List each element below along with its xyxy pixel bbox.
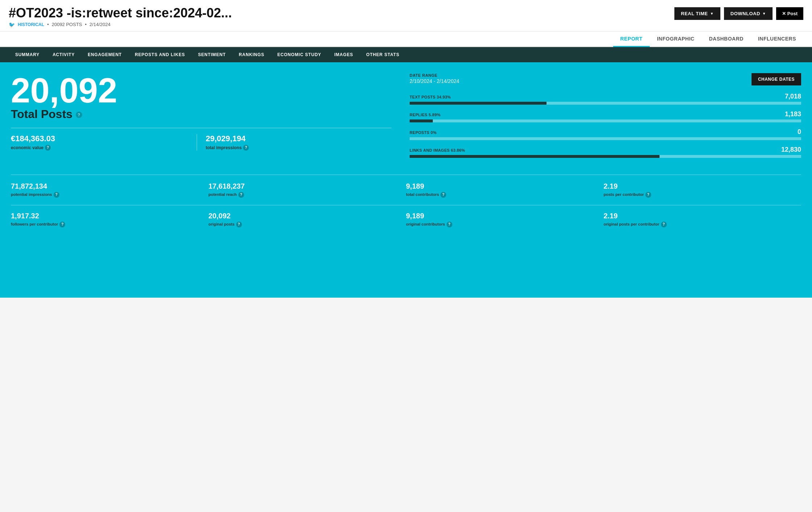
- progress-bar-fill-links: [410, 155, 660, 158]
- economic-value-block: €184,363.03 economic value ?: [11, 134, 197, 151]
- tab-infographic[interactable]: INFOGRAPHIC: [650, 32, 702, 47]
- header-meta: 🐦 HISTORICAL • 20092 POSTS • 2/14/2024: [9, 22, 232, 28]
- date-range-label: DATE RANGE: [410, 73, 459, 77]
- subnav-sentiment[interactable]: SENTIMENT: [192, 47, 233, 62]
- main-content: 20,092 Total Posts ? €184,363.03 economi…: [0, 62, 812, 298]
- economic-value-label: economic value ?: [11, 145, 197, 151]
- content-grid: 20,092 Total Posts ? €184,363.03 economi…: [11, 73, 801, 164]
- stat-original-contributors: 9,189 original contributors ?: [406, 212, 604, 227]
- progress-replies: REPLIES 5.89% 1,183: [410, 110, 801, 122]
- stat-total-contributors: 9,189 total contributors ?: [406, 182, 604, 198]
- divider: [11, 128, 392, 128]
- stats-row: €184,363.03 economic value ? 29,029,194 …: [11, 134, 392, 151]
- date-range-value: 2/10/2024 - 2/14/2024: [410, 78, 459, 84]
- progress-bar-fill-text: [410, 102, 547, 105]
- page-title: #OT2023 -is:retweet since:2024-02...: [9, 6, 232, 20]
- progress-reposts: REPOSTS 0% 0: [410, 128, 801, 140]
- progress-text-posts: TEXT POSTS 34.93% 7,018: [410, 93, 801, 105]
- potential-impressions-help-icon[interactable]: ?: [54, 192, 59, 198]
- bottom-stats: 71,872,134 potential impressions ? 17,61…: [11, 175, 801, 227]
- subnav-economic[interactable]: ECONOMIC STUDY: [271, 47, 328, 62]
- impressions-help-icon[interactable]: ?: [243, 145, 249, 151]
- tab-dashboard[interactable]: DASHBOARD: [702, 32, 751, 47]
- subnav-images[interactable]: IMAGES: [328, 47, 360, 62]
- total-impressions: 29,029,194: [206, 134, 392, 143]
- progress-links-images: LINKS AND IMAGES 63.86% 12,830: [410, 146, 801, 158]
- original-posts-per-contributor-help-icon[interactable]: ?: [661, 222, 667, 227]
- economic-value: €184,363.03: [11, 134, 197, 143]
- progress-bar-bg-links: [410, 155, 801, 158]
- progress-bar-fill-replies: [410, 119, 433, 122]
- stat-potential-reach: 17,618,237 potential reach ?: [209, 182, 406, 198]
- stat-original-posts: 20,092 original posts ?: [209, 212, 406, 227]
- total-posts-help-icon[interactable]: ?: [76, 112, 82, 118]
- original-contributors-help-icon[interactable]: ?: [447, 222, 452, 227]
- subnav-rankings[interactable]: RANKINGS: [232, 47, 271, 62]
- subnav-activity[interactable]: ACTIVITY: [46, 47, 81, 62]
- progress-bar-bg-reposts: [410, 137, 801, 140]
- progress-bar-bg-replies: [410, 119, 801, 122]
- change-dates-button[interactable]: CHANGE DATES: [752, 73, 801, 85]
- total-posts-number: 20,092: [11, 73, 392, 108]
- stat-posts-per-contributor: 2.19 posts per contributor ?: [604, 182, 801, 198]
- chevron-down-icon: ▼: [710, 12, 713, 16]
- original-posts-help-icon[interactable]: ?: [236, 222, 242, 227]
- subnav-otherstats[interactable]: OTHER STATS: [360, 47, 406, 62]
- post-button[interactable]: ✕ Post: [776, 7, 803, 20]
- left-panel: 20,092 Total Posts ? €184,363.03 economi…: [11, 73, 406, 164]
- tab-report[interactable]: REPORT: [613, 32, 650, 47]
- header-date: 2/14/2024: [89, 22, 110, 27]
- sub-nav: SUMMARY ACTIVITY ENGAGEMENT REPOSTS AND …: [0, 47, 812, 62]
- dot-separator2: •: [85, 22, 87, 27]
- dot-separator: •: [47, 22, 49, 27]
- progress-bar-bg-text: [410, 102, 801, 105]
- stat-potential-impressions: 71,872,134 potential impressions ?: [11, 182, 209, 198]
- stat-original-posts-per-contributor: 2.19 original posts per contributor ?: [604, 212, 801, 227]
- economic-help-icon[interactable]: ?: [45, 145, 51, 151]
- followers-per-contributor-help-icon[interactable]: ?: [59, 222, 65, 227]
- bottom-stats-row2: 1,917.32 followers per contributor ? 20,…: [11, 205, 801, 227]
- subnav-reposts[interactable]: REPOSTS AND LIKES: [128, 47, 192, 62]
- twitter-icon: 🐦: [9, 22, 15, 28]
- subnav-summary[interactable]: SUMMARY: [9, 47, 46, 62]
- date-range-row: DATE RANGE 2/10/2024 - 2/14/2024 CHANGE …: [410, 73, 801, 85]
- posts-count: 20092 POSTS: [52, 22, 82, 27]
- download-button[interactable]: DOWNLOAD ▼: [724, 7, 773, 20]
- right-panel: DATE RANGE 2/10/2024 - 2/14/2024 CHANGE …: [406, 73, 801, 164]
- realtime-button[interactable]: REAL TIME ▼: [674, 7, 720, 20]
- stat-followers-per-contributor: 1,917.32 followers per contributor ?: [11, 212, 209, 227]
- header-left: #OT2023 -is:retweet since:2024-02... 🐦 H…: [9, 6, 232, 28]
- potential-reach-help-icon[interactable]: ?: [238, 192, 244, 198]
- total-contributors-help-icon[interactable]: ?: [440, 192, 446, 198]
- bottom-stats-row1: 71,872,134 potential impressions ? 17,61…: [11, 182, 801, 198]
- chevron-down-icon2: ▼: [762, 12, 766, 16]
- tab-influencers[interactable]: INFLUENCERS: [751, 32, 803, 47]
- impressions-block: 29,029,194 total impressions ?: [197, 134, 392, 151]
- subnav-engagement[interactable]: ENGAGEMENT: [81, 47, 128, 62]
- nav-tabs: REPORT INFOGRAPHIC DASHBOARD INFLUENCERS: [0, 32, 812, 47]
- historical-badge: HISTORICAL: [18, 22, 44, 27]
- total-posts-label: Total Posts ?: [11, 108, 392, 121]
- header-right: REAL TIME ▼ DOWNLOAD ▼ ✕ Post: [674, 7, 803, 20]
- top-header: #OT2023 -is:retweet since:2024-02... 🐦 H…: [0, 0, 812, 32]
- date-range-info: DATE RANGE 2/10/2024 - 2/14/2024: [410, 73, 459, 84]
- total-impressions-label: total impressions ?: [206, 145, 392, 151]
- posts-per-contributor-help-icon[interactable]: ?: [645, 192, 651, 198]
